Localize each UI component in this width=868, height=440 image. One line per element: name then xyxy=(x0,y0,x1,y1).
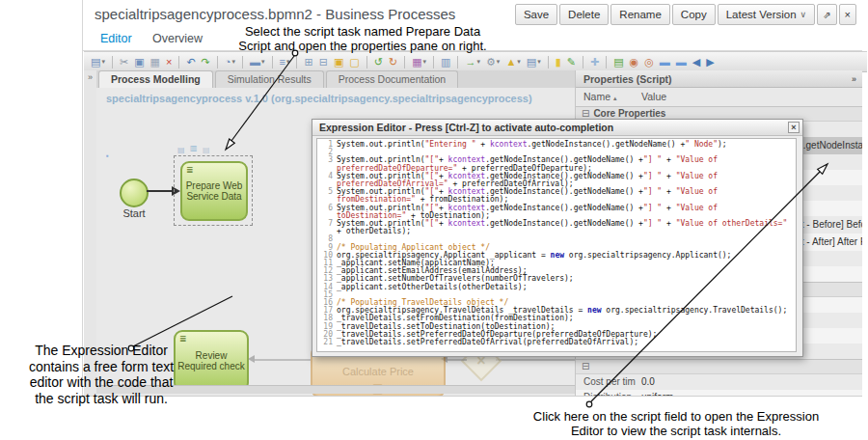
copy-button[interactable]: Copy xyxy=(672,4,716,25)
history-button[interactable]: ◔▾ xyxy=(223,54,237,69)
align-button[interactable]: ≡▾ xyxy=(278,54,292,69)
move-icon: ✚ xyxy=(590,54,599,69)
toolbar-separator xyxy=(433,56,434,69)
toolbar-separator xyxy=(112,56,113,69)
delete-button[interactable]: × xyxy=(164,54,174,69)
unlock-button[interactable]: ▢ xyxy=(347,54,361,69)
copy-icon: ▣ xyxy=(134,54,144,69)
fit-window-button[interactable]: ▬ xyxy=(658,54,672,69)
app-window: specialtripsagencyprocess.bpmn2 - Busine… xyxy=(82,0,862,397)
line-number: 7 xyxy=(317,220,337,235)
copy-button[interactable]: ▣ xyxy=(132,54,146,69)
save-as-button[interactable]: ▤▾ xyxy=(525,54,543,69)
property-value[interactable]: 0.0 xyxy=(636,374,655,390)
dropdown-caret-icon: ▾ xyxy=(231,58,235,66)
toolbar-separator xyxy=(178,56,179,69)
collapse-section-icon[interactable]: ⊟ xyxy=(582,108,589,119)
dialog-close-button[interactable]: × xyxy=(788,122,800,133)
code-editor[interactable]: 1System.out.println("Entering " + kconte… xyxy=(316,138,797,352)
column-name[interactable]: Name ▴ xyxy=(583,91,616,102)
forward-icon: ▶ xyxy=(706,54,714,69)
zoom-in-button[interactable]: ◉ xyxy=(628,54,641,69)
tab-simulation-results[interactable]: Simulation Results xyxy=(215,70,324,88)
chevron-down-icon: ∨ xyxy=(800,10,807,19)
close-button[interactable]: × xyxy=(839,4,856,25)
collapse-section-icon[interactable]: ⊟ xyxy=(582,361,589,371)
cut-icon: ✂ xyxy=(120,54,128,69)
edit-button[interactable]: ✎ xyxy=(565,54,578,69)
add-docker-button[interactable]: ↺ xyxy=(372,54,385,69)
code-line: 7System.out.println("["+ kcontext.getNod… xyxy=(317,220,796,235)
validate-button[interactable]: ▲▾ xyxy=(503,54,522,69)
line-number: 4 xyxy=(317,173,337,188)
property-row[interactable]: Cost per tim...0.0 xyxy=(576,374,862,390)
ungroup-button[interactable]: ⊟ xyxy=(317,54,330,69)
fit-screen-button[interactable]: ▬ xyxy=(674,54,689,69)
zoom-out-icon: ◎ xyxy=(644,54,654,69)
sequence-flow[interactable] xyxy=(147,190,174,192)
forward-button[interactable]: ▶ xyxy=(704,54,716,69)
export-icon: → xyxy=(465,54,475,69)
tab-process-documentation[interactable]: Process Documentation xyxy=(326,70,458,88)
toolbar-separator xyxy=(242,56,243,69)
marker-icon: ▪ xyxy=(106,151,109,160)
tab-process-modelling[interactable]: Process Modelling xyxy=(98,70,213,88)
process-title: specialtripsagencyprocess v.1.0 (org.spe… xyxy=(106,93,532,104)
save-button[interactable]: ▤▾ xyxy=(89,54,107,69)
line-number: 1 xyxy=(317,141,337,149)
decorator-edit-icon: ▤ xyxy=(203,146,210,154)
dropdown-caret-icon: ▾ xyxy=(517,58,521,66)
save-sim-icon: ▤ xyxy=(613,54,623,69)
collapse-panel-chevron[interactable]: » xyxy=(852,70,856,88)
highlight-button[interactable]: ▮ xyxy=(554,54,563,69)
toolbar-separator xyxy=(606,56,607,69)
property-name: Cost per tim... xyxy=(576,374,636,390)
save-sim-button[interactable]: ▤ xyxy=(611,54,625,69)
connector-icon: ▬ xyxy=(250,54,260,69)
property-section-header[interactable]: ⊟ xyxy=(576,359,862,374)
code-text: _travelDetails.setPreferredDateOfArrival… xyxy=(337,339,790,346)
move-button[interactable]: ✚ xyxy=(588,54,601,69)
expand-panel-chevron[interactable]: » xyxy=(84,72,96,82)
remove-docker-icon: ↻ xyxy=(389,54,397,69)
delete-button[interactable]: Delete xyxy=(559,4,609,25)
property-row[interactable]: Distribution ...uniform xyxy=(576,390,862,396)
canvas-tabs: Process Modelling Simulation Results Pro… xyxy=(96,70,577,89)
back-button[interactable]: ◀ xyxy=(691,54,702,69)
panel-toggle-button[interactable]: ▥ xyxy=(439,54,452,69)
generate-button[interactable]: ⚙▾ xyxy=(484,54,502,69)
code-text: System.out.println("["+ kcontext.getNode… xyxy=(337,205,790,220)
annotation-top: Select the script task named Prepare Dat… xyxy=(236,24,489,54)
panel-toggle-icon: ▥ xyxy=(441,54,450,69)
connector-button[interactable]: ▬▾ xyxy=(248,54,267,69)
line-number: 21 xyxy=(317,339,337,346)
redo-button[interactable]: ↷ xyxy=(200,54,212,69)
leader-circle xyxy=(586,401,592,407)
property-name: Distribution ... xyxy=(576,390,636,396)
line-number: 8 xyxy=(317,235,337,243)
column-value[interactable]: Value xyxy=(641,91,666,102)
lock-button[interactable]: ▣ xyxy=(332,54,345,69)
rename-button[interactable]: Rename xyxy=(610,4,669,25)
remove-docker-button[interactable]: ↻ xyxy=(387,54,399,69)
start-event-node[interactable] xyxy=(120,179,149,207)
script-task-icon: ≣ xyxy=(186,165,194,176)
expand-button[interactable]: ⇗ xyxy=(817,4,836,25)
redo-icon: ↷ xyxy=(202,54,210,69)
paste-button[interactable]: ▦ xyxy=(149,54,162,69)
group-button[interactable]: ⊞ xyxy=(302,54,314,69)
code-line: 14_applicant.setOtherDetails(otherDetail… xyxy=(317,284,796,291)
zoom-out-button[interactable]: ◎ xyxy=(642,54,656,69)
save-as-icon: ▤ xyxy=(527,54,536,69)
color-scheme-button[interactable]: ▦▾ xyxy=(410,54,428,69)
script-task-prepare-web-service-data[interactable]: ≣ Prepare Web Service Data xyxy=(180,161,248,221)
undo-button[interactable]: ↶ xyxy=(184,54,197,69)
cut-button[interactable]: ✂ xyxy=(118,54,130,69)
group-icon: ⊞ xyxy=(304,54,312,69)
expression-editor-dialog: Expression Editor - Press [Ctrl-Z] to ac… xyxy=(312,119,803,357)
export-button[interactable]: →▾ xyxy=(463,54,482,69)
save-button[interactable]: Save xyxy=(515,4,557,25)
property-value[interactable]: uniform xyxy=(636,390,673,396)
toolbar-separator xyxy=(296,56,297,69)
version-dropdown[interactable]: Latest Version ∨ xyxy=(718,4,815,25)
